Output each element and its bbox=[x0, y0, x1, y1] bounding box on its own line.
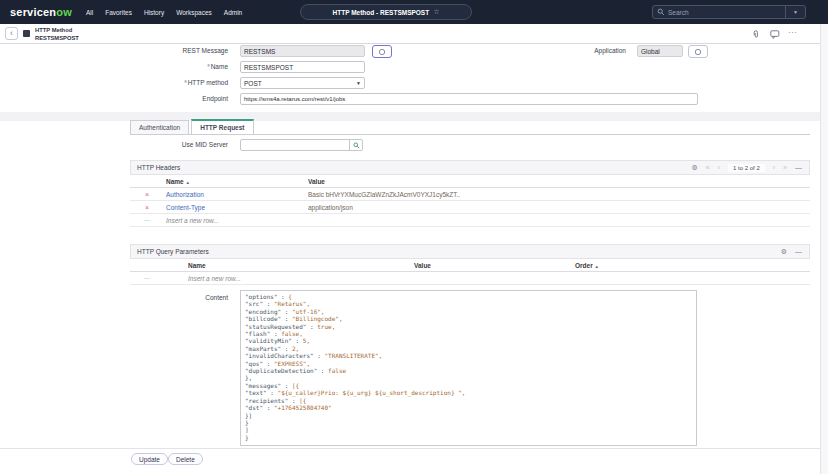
name-label: *Name bbox=[40, 61, 234, 73]
mid-server-label: Use MID Server bbox=[40, 139, 234, 151]
form-header-bar: ‹ HTTP Method RESTSMSPOST ··· bbox=[0, 24, 828, 44]
scrollbar[interactable] bbox=[820, 24, 828, 474]
column-header-value[interactable]: Value bbox=[414, 259, 431, 272]
nav-item-all[interactable]: All bbox=[86, 9, 93, 16]
record-title: HTTP Method - RESTSMSPOST bbox=[333, 9, 430, 16]
prev-page-icon[interactable]: ‹ bbox=[718, 164, 720, 171]
nav-item-admin[interactable]: Admin bbox=[224, 9, 242, 16]
rest-message-reference-button[interactable] bbox=[372, 45, 392, 58]
reference-lookup-icon bbox=[694, 48, 702, 56]
global-search[interactable]: Search ▼ bbox=[652, 5, 806, 19]
http-query-params-title: HTTP Query Parameters bbox=[137, 248, 209, 255]
activity-stream-icon[interactable] bbox=[770, 30, 780, 39]
back-icon: ‹ bbox=[10, 28, 13, 38]
insert-row[interactable]: — Insert a new row... bbox=[130, 272, 810, 285]
main-nav: All Favorites History Workspaces Admin bbox=[86, 9, 242, 16]
nav-item-favorites[interactable]: Favorites bbox=[105, 9, 132, 16]
column-header-name[interactable]: Name ▲ bbox=[166, 175, 190, 189]
paging-status: 1 to 2 of 2 bbox=[728, 164, 765, 172]
collapse-icon[interactable]: — bbox=[795, 248, 802, 255]
favorite-icon[interactable]: ☆ bbox=[433, 8, 439, 16]
http-headers-section-bar: HTTP Headers ⚙ « ‹ 1 to 2 of 2 › » — bbox=[130, 160, 810, 175]
next-page-icon[interactable]: › bbox=[773, 164, 775, 171]
application-reference-button[interactable] bbox=[688, 45, 708, 58]
chevron-down-icon: ▼ bbox=[793, 9, 798, 15]
rest-message-field[interactable]: RESTSMS bbox=[240, 45, 365, 57]
reference-lookup-icon bbox=[378, 48, 386, 56]
top-banner: servicenow All Favorites History Workspa… bbox=[0, 0, 828, 24]
select-caret-icon: ▼ bbox=[356, 80, 361, 86]
http-method-label: *HTTP method bbox=[40, 77, 234, 89]
tab-authentication[interactable]: Authentication bbox=[130, 120, 189, 134]
nav-item-workspaces[interactable]: Workspaces bbox=[176, 9, 212, 16]
mid-server-lookup-button[interactable] bbox=[349, 140, 362, 150]
column-header-value[interactable]: Value bbox=[308, 175, 325, 188]
update-button[interactable]: Update bbox=[131, 453, 168, 465]
search-scope-dropdown[interactable]: ▼ bbox=[785, 6, 805, 18]
footer-divider bbox=[0, 448, 828, 449]
header-value-cell[interactable]: application/json bbox=[308, 201, 353, 214]
http-method-select[interactable]: POST▼ bbox=[240, 77, 365, 89]
header-value-cell[interactable]: Basic bHVrYXMucGZlaWZnZkJAcmV0YXJ1cy5kZT… bbox=[308, 188, 460, 201]
last-page-icon[interactable]: » bbox=[783, 164, 787, 171]
servicenow-logo[interactable]: servicenow bbox=[10, 6, 72, 18]
mid-server-field[interactable] bbox=[240, 139, 363, 151]
search-placeholder: Search bbox=[668, 9, 689, 16]
http-headers-column-row: Name ▲ Value bbox=[130, 175, 810, 188]
gear-icon[interactable]: ⚙ bbox=[692, 164, 698, 171]
insert-row-icon: — bbox=[130, 272, 164, 285]
tab-http-request[interactable]: HTTP Request bbox=[191, 119, 253, 134]
table-row: × Authorization Basic bHVrYXMucGZlaWZnZk… bbox=[130, 188, 810, 201]
delete-button[interactable]: Delete bbox=[168, 453, 203, 465]
insert-row-label: Insert a new row... bbox=[166, 214, 219, 227]
delete-row-icon[interactable]: × bbox=[130, 201, 164, 214]
application-field[interactable]: Global bbox=[637, 45, 683, 57]
insert-row[interactable]: — Insert a new row... bbox=[130, 214, 810, 227]
http-headers-title: HTTP Headers bbox=[137, 164, 180, 171]
content-textarea[interactable]: "options" : {"src" : "Retarus","encoding… bbox=[240, 290, 697, 446]
endpoint-field[interactable]: https://sms4a.retarus.com/rest/v1/jobs bbox=[240, 93, 698, 105]
more-options-icon[interactable]: ··· bbox=[788, 28, 798, 37]
context-menu-icon[interactable] bbox=[23, 30, 30, 37]
back-button[interactable]: ‹ bbox=[5, 27, 18, 40]
record-title-pill[interactable]: HTTP Method - RESTSMSPOST ☆ bbox=[300, 4, 472, 20]
rest-message-label: REST Message bbox=[40, 45, 234, 57]
column-header-name[interactable]: Name bbox=[188, 259, 206, 272]
delete-row-icon[interactable]: × bbox=[130, 188, 164, 201]
endpoint-label: Endpoint bbox=[40, 93, 234, 105]
column-header-order[interactable]: Order ▲ bbox=[575, 259, 599, 273]
search-icon bbox=[353, 142, 360, 149]
sort-asc-icon: ▲ bbox=[186, 180, 190, 185]
header-name-link[interactable]: Content-Type bbox=[166, 201, 205, 214]
gear-icon[interactable]: ⚙ bbox=[781, 248, 787, 255]
nav-item-history[interactable]: History bbox=[144, 9, 164, 16]
name-field[interactable]: RESTSMSPOST bbox=[240, 61, 365, 73]
attachment-icon[interactable] bbox=[752, 30, 761, 39]
insert-row-label: Insert a new row... bbox=[188, 272, 241, 285]
http-query-params-column-row: Name Value Order ▲ bbox=[130, 259, 810, 272]
collapse-icon[interactable]: — bbox=[795, 164, 802, 171]
record-header-title: HTTP Method RESTSMSPOST bbox=[35, 27, 79, 43]
form-tabs: Authentication HTTP Request bbox=[130, 121, 810, 135]
header-name-link[interactable]: Authorization bbox=[166, 188, 204, 201]
application-label: Application bbox=[480, 45, 632, 57]
section-divider bbox=[0, 112, 828, 121]
search-icon bbox=[657, 8, 665, 16]
http-query-params-section-bar: HTTP Query Parameters ⚙ — bbox=[130, 244, 810, 259]
table-row: × Content-Type application/json bbox=[130, 201, 810, 214]
first-page-icon[interactable]: « bbox=[706, 164, 710, 171]
insert-row-icon: — bbox=[130, 214, 164, 227]
sort-asc-icon: ▲ bbox=[595, 264, 599, 269]
content-label: Content bbox=[40, 292, 234, 304]
